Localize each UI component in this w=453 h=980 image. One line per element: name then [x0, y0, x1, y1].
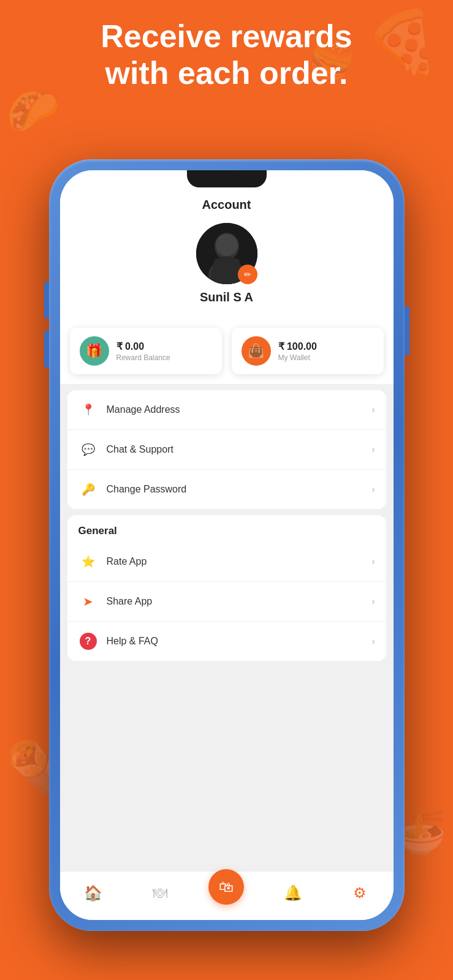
home-icon: 🏠 [84, 884, 102, 902]
settings-icon: ⚙ [353, 884, 367, 902]
edit-avatar-button[interactable]: ✏ [238, 265, 257, 284]
nav-notification[interactable]: 🔔 [275, 875, 311, 911]
wallet-label: My Wallet [278, 353, 374, 362]
user-name: Sunil S A [72, 290, 381, 304]
chat-support-item[interactable]: 💬 Chat & Support › [67, 430, 386, 470]
rate-app-icon: ⭐ [78, 552, 98, 571]
help-faq-chevron: › [371, 636, 375, 647]
general-section-title: General [67, 515, 386, 542]
hero-text: Receive rewards with each order. [0, 18, 453, 92]
chat-support-icon: 💬 [78, 440, 98, 459]
bag-icon: 🛍 [219, 878, 234, 895]
help-faq-label: Help & FAQ [107, 636, 372, 647]
hero-line2: with each order. [105, 55, 348, 91]
help-faq-item[interactable]: ? Help & FAQ › [67, 622, 386, 661]
wallet-card[interactable]: 👜 ₹ 100.00 My Wallet [232, 328, 384, 374]
change-password-item[interactable]: 🔑 Change Password › [67, 470, 386, 509]
change-password-label: Change Password [107, 484, 372, 495]
wallet-icon: 👜 [242, 336, 271, 366]
phone-notch [187, 170, 267, 187]
screen-content: Account ✏ Sun [60, 170, 394, 920]
nav-menu[interactable]: 🍽 [142, 875, 178, 911]
general-section: General ⭐ Rate App › ➤ Share App › ? [67, 515, 386, 661]
nav-settings[interactable]: ⚙ [341, 875, 378, 911]
bottom-nav: 🏠 🍽 🛍 🔔 ⚙ [60, 871, 394, 920]
hero-line1: Receive rewards [101, 18, 352, 54]
change-password-icon: 🔑 [78, 480, 98, 499]
balance-row: 🎁 ₹ 0.00 Reward Balance 👜 ₹ 100.00 My Wa… [60, 328, 394, 384]
wallet-info: ₹ 100.00 My Wallet [278, 341, 374, 362]
reward-balance-info: ₹ 0.00 Reward Balance [116, 341, 212, 362]
share-app-item[interactable]: ➤ Share App › [67, 582, 386, 622]
wallet-amount: ₹ 100.00 [278, 341, 374, 352]
rate-app-label: Rate App [107, 556, 372, 567]
reward-amount: ₹ 0.00 [116, 341, 212, 352]
phone-mockup: Account ✏ Sun [49, 159, 405, 931]
phone-shell: Account ✏ Sun [49, 159, 405, 931]
change-password-chevron: › [371, 484, 375, 495]
share-app-icon: ➤ [78, 592, 98, 611]
chat-support-chevron: › [371, 444, 375, 455]
nav-bag-active[interactable]: 🛍 [208, 875, 245, 911]
rate-app-item[interactable]: ⭐ Rate App › [67, 542, 386, 582]
manage-address-label: Manage Address [107, 404, 372, 415]
reward-label: Reward Balance [116, 353, 212, 362]
notification-icon: 🔔 [284, 884, 302, 902]
account-menu-section: 📍 Manage Address › 💬 Chat & Support › 🔑 … [67, 390, 386, 509]
bag-active-button[interactable]: 🛍 [208, 869, 244, 905]
help-faq-icon: ? [78, 631, 98, 651]
manage-address-item[interactable]: 📍 Manage Address › [67, 390, 386, 430]
nav-home[interactable]: 🏠 [75, 875, 112, 911]
menu-icon: 🍽 [153, 884, 167, 902]
account-title: Account [72, 198, 381, 212]
manage-address-chevron: › [371, 404, 375, 415]
phone-screen: Account ✏ Sun [60, 170, 394, 920]
avatar-container: ✏ [196, 223, 257, 284]
rate-app-chevron: › [371, 556, 375, 567]
reward-balance-card[interactable]: 🎁 ₹ 0.00 Reward Balance [70, 328, 222, 374]
chat-support-label: Chat & Support [107, 444, 372, 455]
share-app-chevron: › [371, 596, 375, 607]
manage-address-icon: 📍 [78, 400, 98, 420]
reward-icon: 🎁 [80, 336, 109, 366]
account-header: Account ✏ Sun [60, 170, 394, 328]
svg-point-3 [216, 234, 238, 256]
share-app-label: Share App [107, 596, 372, 607]
